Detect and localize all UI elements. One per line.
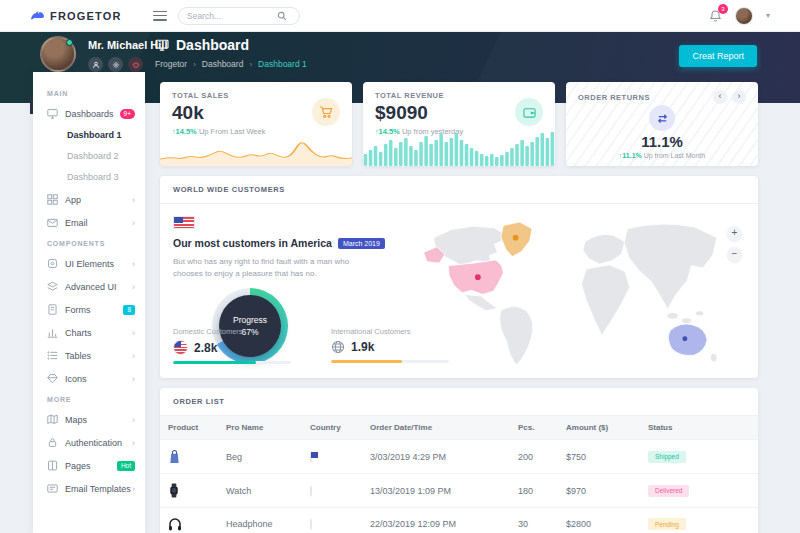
breadcrumb-item[interactable]: Frogetor: [155, 59, 187, 69]
world-customers-title: WORLD WIDE CUSTOMERS: [160, 176, 758, 204]
domestic-customers-label: Domestic Customers: [173, 327, 291, 336]
breadcrumb-item[interactable]: Dashboard: [202, 59, 244, 69]
order-list-title: ORDER LIST: [160, 388, 758, 416]
page: FROGETOR 3 ▾ Mr. Michael Hill: [0, 0, 800, 533]
chevron-right-icon: ›: [132, 195, 135, 205]
sidebar-item-dashboard-2[interactable]: Dashboard 2: [33, 146, 145, 167]
map-marker-usa: [475, 274, 481, 280]
order-list-card: ORDER LIST Product Pro Name Country Orde…: [160, 388, 758, 533]
settings-button[interactable]: [108, 57, 123, 72]
chevron-right-icon: ›: [132, 484, 135, 494]
carousel-prev-button[interactable]: ‹: [713, 90, 727, 104]
map-marker-australia: [682, 336, 687, 341]
revenue-bars-chart: [363, 130, 555, 166]
table-row[interactable]: Watch 13/03/2019 1:09 PM 180 $970 Delive…: [160, 474, 758, 508]
up-arrow-icon: 11.1%: [619, 152, 642, 159]
sidebar-item-pages[interactable]: Pages Hot: [33, 454, 145, 477]
list-icon: [47, 350, 59, 361]
world-map-svg: [399, 218, 744, 370]
world-description: But who has any right to find fault with…: [173, 256, 373, 280]
sales-sparkline-chart: [160, 132, 352, 166]
breadcrumb-item-current: Dashboard 1: [258, 59, 307, 69]
map-icon: [47, 414, 59, 425]
sidebar-item-forms[interactable]: Forms 8: [33, 298, 145, 321]
order-date: 13/03/2019 1:09 PM: [362, 474, 510, 508]
mail-template-icon: [47, 483, 59, 494]
map-zoom-out-button[interactable]: −: [727, 247, 742, 262]
total-revenue-card: TOTAL REVENUE $9090 14.5% Up from yester…: [363, 82, 555, 166]
gear-icon: [112, 61, 120, 69]
total-revenue-label: TOTAL REVENUE: [375, 91, 543, 100]
search-input[interactable]: [187, 11, 277, 21]
table-row[interactable]: Beg 3/03/2019 4:29 PM 200 $750 Shipped: [160, 440, 758, 474]
order-returns-trend: 11.1% Up from Last Month: [566, 152, 758, 159]
sidebar-item-icons[interactable]: Icons ›: [33, 367, 145, 390]
sidebar-item-tables[interactable]: Tables ›: [33, 344, 145, 367]
navbar-avatar[interactable]: [735, 7, 753, 25]
mail-icon: [47, 217, 59, 228]
ui-elements-icon: [47, 258, 59, 269]
dashboards-badge: 9+: [120, 109, 135, 119]
top-navbar: FROGETOR 3 ▾: [0, 0, 800, 32]
sidebar-item-dashboard-3[interactable]: Dashboard 3: [33, 167, 145, 188]
product-name: Watch: [218, 474, 302, 508]
brand-logo[interactable]: FROGETOR: [30, 10, 122, 22]
wallet-icon: [515, 98, 543, 126]
sidebar-item-advanced-ui[interactable]: Advanced UI ›: [33, 275, 145, 298]
order-amount: $2800: [558, 508, 640, 533]
domestic-customers-value: 2.8k: [194, 341, 217, 355]
sidebar-item-email-templates[interactable]: Email Templates ›: [33, 477, 145, 500]
user-block: Mr. Michael Hill: [40, 36, 167, 72]
us-flag-icon: [173, 340, 188, 355]
page-title: Dashboard: [176, 37, 249, 53]
sidebar-item-ui-elements[interactable]: UI Elements ›: [33, 252, 145, 275]
order-pcs: 180: [510, 474, 558, 508]
headphone-icon: [168, 517, 210, 531]
international-progress-fill: [331, 360, 402, 363]
carousel-next-button[interactable]: ›: [732, 90, 746, 104]
notifications-button[interactable]: 3: [709, 9, 722, 23]
brand-name: FROGETOR: [50, 10, 122, 22]
sidebar-item-charts[interactable]: Charts ›: [33, 321, 145, 344]
sidebar-item-maps[interactable]: Maps ›: [33, 408, 145, 431]
profile-button[interactable]: [88, 57, 103, 72]
column-amount: Amount ($): [558, 416, 640, 440]
domestic-customers-stat: Domestic Customers 2.8k: [173, 327, 291, 364]
order-pcs: 200: [510, 440, 558, 474]
table-row[interactable]: Headphone 22/03/2019 12:09 PM 30 $2800 P…: [160, 508, 758, 533]
sidebar-item-authentication[interactable]: Authentication ›: [33, 431, 145, 454]
chevron-down-icon[interactable]: ▾: [766, 11, 770, 20]
user-avatar[interactable]: [40, 36, 76, 72]
sidebar-item-dashboard-1[interactable]: Dashboard 1: [33, 125, 145, 146]
notification-badge: 3: [718, 4, 728, 14]
frog-logo-icon: [30, 10, 45, 21]
forms-badge: 8: [123, 305, 135, 315]
sidebar: MAIN Dashboards 9+ Dashboard 1 Dashboard…: [33, 72, 145, 533]
person-icon: [92, 61, 100, 69]
navbar-right: 3 ▾: [709, 7, 770, 25]
sidebar-item-dashboards[interactable]: Dashboards 9+: [33, 102, 145, 125]
online-status-dot: [66, 39, 73, 46]
cart-icon: [312, 98, 340, 126]
chevron-right-icon: ›: [132, 374, 135, 384]
order-date: 22/03/2019 12:09 PM: [362, 508, 510, 533]
chevron-right-icon: ›: [132, 438, 135, 448]
logout-button[interactable]: [128, 57, 143, 72]
create-report-button[interactable]: Creat Report: [679, 45, 757, 67]
breadcrumb: Frogetor › Dashboard › Dashboard 1: [155, 59, 307, 69]
pages-badge: Hot: [117, 461, 135, 471]
column-date: Order Date/Time: [362, 416, 510, 440]
menu-toggle-button[interactable]: [153, 11, 167, 21]
world-map[interactable]: + −: [399, 218, 744, 370]
book-icon: [47, 460, 59, 471]
sidebar-section-more: MORE: [33, 390, 145, 408]
sidebar-section-main: MAIN: [33, 84, 145, 102]
search-icon[interactable]: [277, 11, 287, 21]
sidebar-item-email[interactable]: Email ›: [33, 211, 145, 234]
sidebar-item-app[interactable]: App ›: [33, 188, 145, 211]
status-badge: Shipped: [648, 451, 686, 463]
lock-icon: [47, 437, 59, 448]
map-zoom-in-button[interactable]: +: [727, 226, 742, 241]
monitor-icon: [155, 39, 169, 51]
column-pcs: Pcs.: [510, 416, 558, 440]
